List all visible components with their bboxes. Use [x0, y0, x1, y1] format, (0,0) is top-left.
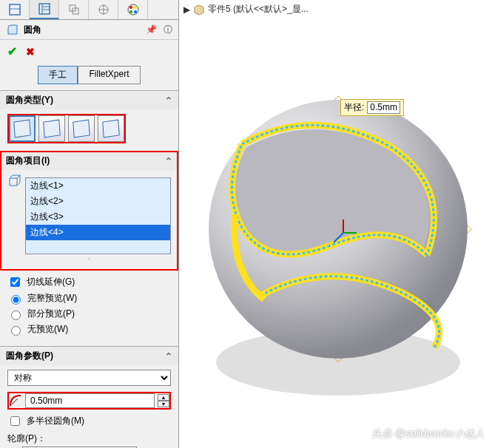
header-actions: 📌 ⓘ — [141, 24, 172, 36]
tab-appearance[interactable] — [118, 0, 148, 19]
part-preview-label: 部分预览(P) — [27, 308, 75, 320]
part-preview-radio[interactable] — [11, 310, 21, 320]
list-item-empty[interactable] — [26, 240, 170, 254]
list-item[interactable]: 边线<3> — [26, 209, 170, 225]
callout-value[interactable]: 0.5mm — [367, 101, 400, 114]
radius-icon — [9, 394, 22, 407]
callout-label: 半径: — [344, 101, 364, 114]
svg-rect-2 — [39, 4, 50, 14]
multi-radius-label: 多半径圆角(M) — [27, 415, 84, 427]
list-item[interactable]: 边线<2> — [26, 194, 170, 209]
section-fillet-items: 圆角项目(I) ⌃ 边线<1> 边线<2> 边线<3> 边线<4> ◦ — [0, 151, 178, 271]
panel-tab-bar — [0, 0, 178, 20]
origin-triad[interactable] — [328, 217, 358, 247]
full-preview-label: 完整预览(W) — [27, 292, 77, 305]
svg-point-15 — [134, 10, 137, 13]
svg-rect-0 — [10, 4, 20, 15]
radius-callout[interactable]: 半径: 0.5mm — [340, 99, 404, 116]
opt-full-preview[interactable]: 完整预览(W) — [7, 292, 171, 305]
fillet-type-full-round[interactable] — [98, 115, 124, 142]
fillet-type-face[interactable] — [68, 115, 95, 142]
feature-title: 圆角 — [24, 24, 141, 36]
property-panel: 圆角 📌 ⓘ ✔ ✖ 手工 FilletXpert 圆角类型(Y) ⌃ 圆角项目 — [0, 0, 179, 448]
section-title: 圆角项目(I) — [6, 155, 50, 167]
chevron-up-icon: ⌃ — [165, 95, 172, 106]
resize-grip-icon[interactable]: ◦ — [7, 254, 171, 263]
tab-dimxpert[interactable] — [89, 0, 118, 19]
chevron-up-icon: ⌃ — [165, 351, 172, 362]
section-title: 圆角参数(P) — [6, 350, 53, 362]
opt-no-preview[interactable]: 无预览(W) — [7, 323, 171, 336]
no-preview-label: 无预览(W) — [27, 323, 68, 336]
svg-point-14 — [129, 10, 132, 13]
graphics-viewport[interactable]: ▶ 零件5 (默认<<默认>_显... 半径: 0.5mm 头条 @s — [179, 0, 492, 448]
svg-point-11 — [128, 4, 138, 15]
confirm-row: ✔ ✖ — [0, 40, 178, 63]
no-preview-radio[interactable] — [11, 326, 21, 336]
radius-input[interactable] — [25, 393, 155, 408]
svg-point-12 — [129, 6, 132, 9]
opt-part-preview[interactable]: 部分预览(P) — [7, 308, 171, 320]
fillet-icon — [6, 23, 19, 36]
feature-header: 圆角 📌 ⓘ — [0, 20, 178, 40]
pushpin-icon[interactable]: 📌 — [146, 24, 157, 35]
help-icon[interactable]: ⓘ — [164, 24, 172, 35]
opt-multi-radius[interactable]: 多半径圆角(M) — [7, 414, 171, 428]
preview-options: 切线延伸(G) 完整预览(W) 部分预览(P) 无预览(W) — [0, 271, 178, 346]
section-head-items[interactable]: 圆角项目(I) ⌃ — [0, 152, 178, 170]
fillet-type-selector — [7, 114, 126, 143]
multi-radius-checkbox[interactable] — [10, 416, 20, 426]
fillet-type-variable[interactable] — [38, 115, 65, 142]
tab-config-manager[interactable] — [59, 0, 89, 19]
radius-row: ▲▼ — [7, 392, 171, 410]
spin-down[interactable]: ▼ — [158, 401, 169, 407]
section-head-type[interactable]: 圆角类型(Y) ⌃ — [0, 91, 178, 109]
ok-button[interactable]: ✔ — [7, 44, 17, 58]
list-item[interactable]: 边线<4> — [26, 225, 170, 240]
section-fillet-type: 圆角类型(Y) ⌃ — [0, 90, 178, 151]
mode-manual[interactable]: 手工 — [38, 66, 78, 84]
tab-feature-tree[interactable] — [0, 0, 30, 19]
cancel-button[interactable]: ✖ — [26, 46, 35, 58]
tangent-label: 切线延伸(G) — [27, 276, 75, 288]
mode-filletxpert[interactable]: FilletXpert — [78, 66, 140, 84]
full-preview-radio[interactable] — [11, 295, 21, 305]
symmetry-dropdown[interactable]: 对称 — [7, 370, 171, 386]
mode-tabs: 手工 FilletXpert — [0, 63, 178, 90]
radius-spinner[interactable]: ▲▼ — [158, 394, 169, 407]
fillet-type-constant[interactable] — [9, 115, 36, 142]
chevron-up-icon: ⌃ — [165, 156, 172, 166]
tab-property-manager[interactable] — [30, 0, 59, 19]
section-fillet-params: 圆角参数(P) ⌃ 对称 ▲▼ 多半径圆角(M) 轮廓(P)： 圆形 — [0, 346, 178, 448]
tangent-checkbox[interactable] — [10, 277, 20, 287]
section-head-params[interactable]: 圆角参数(P) ⌃ — [0, 347, 178, 365]
spin-up[interactable]: ▲ — [158, 394, 169, 401]
profile-label: 轮廓(P)： — [7, 432, 171, 445]
svg-point-13 — [134, 6, 137, 9]
section-title: 圆角类型(Y) — [6, 94, 53, 106]
edge-select-icon — [7, 174, 21, 188]
edge-listbox[interactable]: 边线<1> 边线<2> 边线<3> 边线<4> — [25, 177, 171, 254]
watermark: 头条 @solidworks小达人 — [371, 427, 485, 441]
list-item[interactable]: 边线<1> — [26, 178, 170, 194]
opt-tangent[interactable]: 切线延伸(G) — [7, 275, 171, 289]
